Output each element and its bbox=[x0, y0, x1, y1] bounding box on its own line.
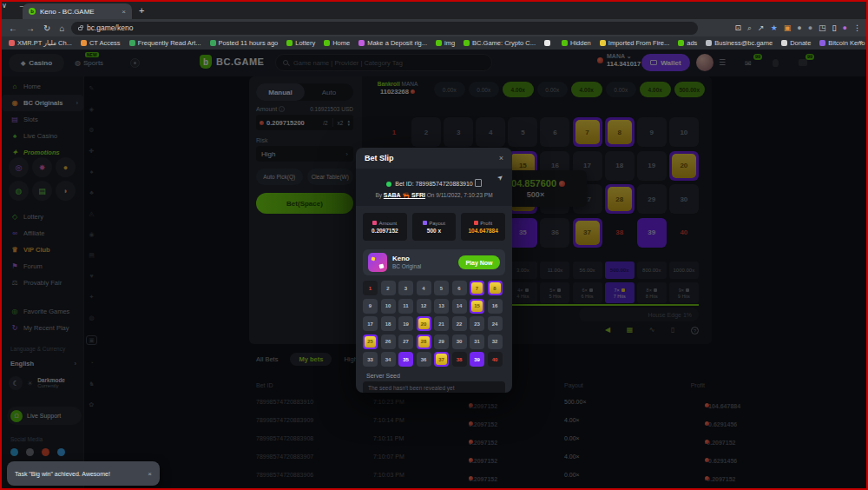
tab-search-caret[interactable]: ∨ bbox=[2, 2, 7, 10]
browser-tab[interactable]: b Keno - BC.GAME × bbox=[23, 3, 132, 19]
bookmarks-bar: XMR.PT مليار Ch... CT Access Frequently … bbox=[2, 36, 866, 50]
keno-number-31[interactable]: 31 bbox=[470, 334, 484, 349]
keno-number-11[interactable]: 11 bbox=[398, 299, 413, 314]
keno-number-22[interactable]: 22 bbox=[452, 316, 467, 331]
stat-icon bbox=[474, 221, 478, 225]
keno-number-2[interactable]: 2 bbox=[381, 281, 396, 295]
bookmark-item[interactable]: Posted 11 hours ago bbox=[210, 39, 279, 47]
bet-datetime: On 9/11/2022, 7:10:23 PM bbox=[427, 192, 493, 198]
keno-number-3[interactable]: 3 bbox=[398, 281, 413, 295]
bookmark-item[interactable]: Hidden bbox=[562, 39, 591, 47]
bookmark-item[interactable]: CT Access bbox=[81, 39, 121, 47]
keno-number-24[interactable]: 24 bbox=[488, 316, 503, 331]
modal-close-icon[interactable]: × bbox=[499, 154, 503, 162]
keno-number-15[interactable]: 15 bbox=[470, 299, 484, 314]
bet-slip-modal: Bet Slip × ➤ Bet ID: 78998574720883910 B… bbox=[356, 148, 512, 393]
forward-icon[interactable]: → bbox=[26, 23, 35, 33]
stat-box: Profit 104.647884 bbox=[461, 213, 505, 241]
bookmark-item[interactable]: Home bbox=[324, 39, 350, 47]
bookmark-item[interactable]: BC.Game: Crypto C... bbox=[464, 39, 536, 47]
keno-game-icon bbox=[368, 253, 387, 272]
bookmark-star-icon[interactable]: ★ bbox=[771, 24, 778, 32]
toast-close-icon[interactable]: × bbox=[148, 470, 152, 478]
bookmark-item[interactable]: Make a Deposit rig... bbox=[358, 39, 427, 47]
keno-number-13[interactable]: 13 bbox=[434, 299, 449, 314]
keno-number-29[interactable]: 29 bbox=[434, 334, 449, 349]
bookmark-item[interactable]: Imported From Fire... bbox=[600, 39, 669, 47]
server-seed-label: Server Seed bbox=[366, 373, 512, 379]
keno-number-12[interactable]: 12 bbox=[417, 299, 431, 314]
keno-number-1[interactable]: 1 bbox=[363, 281, 378, 295]
bookmark-favicon bbox=[706, 40, 712, 46]
keno-number-17[interactable]: 17 bbox=[363, 316, 378, 331]
keno-number-28[interactable]: 28 bbox=[417, 334, 431, 349]
send-to-device-icon[interactable]: ⊡ bbox=[734, 24, 741, 32]
extensions-puzzle-icon[interactable]: ◳ bbox=[819, 24, 826, 32]
keno-number-39[interactable]: 39 bbox=[470, 352, 484, 367]
bookmark-favicon bbox=[129, 40, 135, 46]
browser-toolbar: ← → ↻ ⌂ bc.game/keno ⊡⌕↗★▣●●◳▯●⋮ bbox=[2, 19, 866, 36]
keno-number-7[interactable]: 7 bbox=[470, 281, 484, 295]
keno-number-38[interactable]: 38 bbox=[452, 352, 467, 367]
keno-number-27[interactable]: 27 bbox=[398, 334, 413, 349]
site-favicon: b bbox=[29, 8, 36, 15]
extension-1-icon[interactable]: ▣ bbox=[784, 24, 792, 32]
keno-number-36[interactable]: 36 bbox=[417, 352, 431, 367]
modal-title: Bet Slip bbox=[365, 154, 394, 162]
keno-number-35[interactable]: 35 bbox=[398, 352, 413, 367]
bookmark-item[interactable]: Lottery bbox=[286, 39, 315, 47]
keno-number-21[interactable]: 21 bbox=[434, 316, 449, 331]
address-bar[interactable]: bc.game/keno bbox=[71, 22, 698, 35]
back-icon[interactable]: ← bbox=[9, 23, 17, 33]
bookmark-item[interactable]: Donate bbox=[781, 39, 811, 47]
extension-2-icon[interactable]: ● bbox=[797, 24, 801, 32]
keno-number-37[interactable]: 37 bbox=[434, 352, 449, 367]
keno-number-14[interactable]: 14 bbox=[452, 299, 467, 314]
bookmark-favicon bbox=[358, 40, 365, 46]
zoom-icon[interactable]: ⌕ bbox=[747, 24, 752, 32]
extension-3-icon[interactable]: ● bbox=[808, 24, 812, 32]
copy-icon[interactable] bbox=[477, 181, 482, 187]
bookmarks-overflow-icon[interactable]: » bbox=[859, 38, 863, 46]
keno-number-30[interactable]: 30 bbox=[452, 334, 467, 349]
stat-box: Amount 0.2097152 bbox=[363, 213, 407, 241]
reload-icon[interactable]: ↻ bbox=[43, 23, 50, 33]
keno-number-5[interactable]: 5 bbox=[434, 281, 449, 295]
keno-number-33[interactable]: 33 bbox=[363, 352, 378, 367]
play-now-button[interactable]: Play Now bbox=[458, 255, 500, 269]
keno-number-8[interactable]: 8 bbox=[488, 281, 503, 295]
keno-number-19[interactable]: 19 bbox=[398, 316, 413, 331]
profile-avatar-icon[interactable]: ● bbox=[843, 24, 847, 32]
keno-number-10[interactable]: 10 bbox=[381, 299, 396, 314]
tab-close-icon[interactable]: × bbox=[122, 8, 126, 16]
bookmark-item[interactable] bbox=[544, 40, 553, 46]
bookmark-item[interactable]: img bbox=[436, 39, 455, 47]
achievement-toast: Task "Big win" achieved. Awesome! × bbox=[7, 461, 160, 486]
bookmark-item[interactable]: ads bbox=[678, 39, 697, 47]
bookmark-favicon bbox=[81, 40, 87, 46]
side-panel-icon[interactable]: ▯ bbox=[832, 24, 837, 32]
bookmark-item[interactable]: Frequently Read Art... bbox=[129, 39, 201, 47]
bookmark-item[interactable]: Business@bc.game bbox=[706, 39, 773, 47]
keno-number-34[interactable]: 34 bbox=[381, 352, 396, 367]
keno-number-25[interactable]: 25 bbox=[363, 334, 378, 349]
keno-number-9[interactable]: 9 bbox=[363, 299, 378, 314]
keno-number-18[interactable]: 18 bbox=[381, 316, 396, 331]
keno-number-4[interactable]: 4 bbox=[417, 281, 431, 295]
stat-icon bbox=[423, 221, 427, 225]
keno-number-20[interactable]: 20 bbox=[417, 316, 431, 331]
share-icon[interactable]: ↗ bbox=[758, 24, 765, 32]
keno-number-40[interactable]: 40 bbox=[488, 352, 503, 367]
keno-number-16[interactable]: 16 bbox=[488, 299, 503, 314]
stat-box: Payout 500 x bbox=[412, 213, 457, 241]
bet-stats: Amount 0.2097152 Payout 500 x Profit 104… bbox=[356, 206, 512, 248]
keno-number-23[interactable]: 23 bbox=[470, 316, 484, 331]
username-link[interactable]: SABA 🦐 SFRI bbox=[384, 192, 425, 198]
keno-number-6[interactable]: 6 bbox=[452, 281, 467, 295]
bookmark-item[interactable]: XMR.PT مليار Ch... bbox=[9, 39, 72, 47]
home-icon[interactable]: ⌂ bbox=[59, 23, 64, 33]
keno-number-32[interactable]: 32 bbox=[488, 334, 503, 349]
menu-dots-icon[interactable]: ⋮ bbox=[853, 24, 861, 32]
new-tab-button[interactable]: + bbox=[139, 5, 144, 16]
keno-number-26[interactable]: 26 bbox=[381, 334, 396, 349]
